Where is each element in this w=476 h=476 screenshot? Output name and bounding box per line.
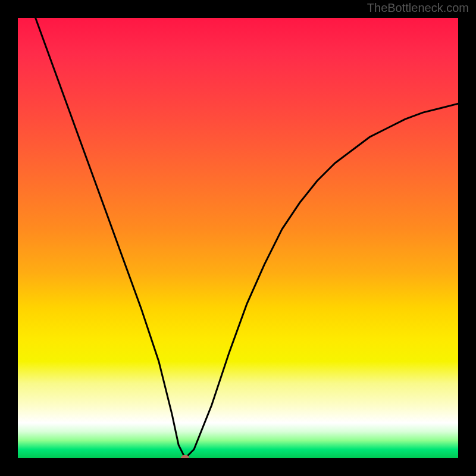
chart-minimum-marker (181, 455, 189, 458)
watermark-text: TheBottleneck.com (367, 1, 469, 15)
chart-plot-area (18, 18, 458, 458)
chart-curve (18, 18, 458, 458)
